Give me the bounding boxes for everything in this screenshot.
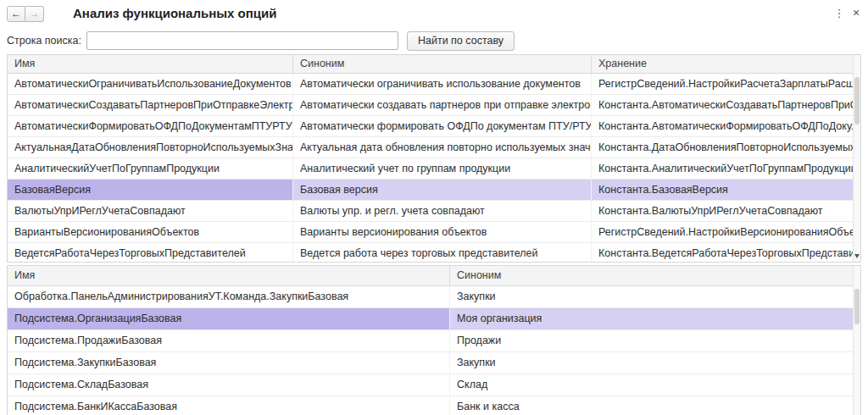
search-input[interactable] — [86, 31, 398, 50]
table-row[interactable]: БазоваяВерсия Базовая версия Константа.Б… — [8, 180, 860, 201]
column-header-name[interactable]: Имя — [8, 55, 293, 73]
cell-synonym: Актуальная дата обновления повторно испо… — [293, 137, 592, 158]
table-row[interactable]: Подсистема.СкладБазовая Склад — [8, 374, 860, 396]
scroll-down-icon[interactable] — [854, 254, 860, 258]
cell-storage: Константа.ДатаОбновленияПовторноИспользу… — [592, 137, 860, 158]
functional-options-window: ← → Анализ функциональных опций ⋮ × Стро… — [0, 0, 868, 415]
table-row[interactable]: АвтоматическиФормироватьОФДПоДокументамП… — [8, 116, 860, 137]
cell-name: БазоваяВерсия — [8, 180, 293, 200]
table-row[interactable]: Обработка.ПанельАдминистрированияУТ.Кома… — [8, 286, 860, 308]
cell-synonym: Автоматически ограничивать использование… — [293, 74, 592, 94]
forward-button[interactable]: → — [25, 6, 44, 22]
options-table-header: Имя Синоним Хранение — [8, 55, 860, 74]
table-row[interactable]: Подсистема.ЗакупкиБазовая Закупки — [8, 352, 860, 374]
cell-storage: Константа.АвтоматическиФормироватьОФДПоД… — [592, 116, 860, 136]
cell-name: Подсистема.ПродажиБазовая — [8, 330, 450, 351]
components-scrollbar-thumb[interactable] — [854, 289, 860, 324]
cell-name: АктуальнаяДатаОбновленияПовторноИспользу… — [8, 137, 293, 158]
cell-name: Подсистема.ЗакупкиБазовая — [8, 352, 450, 374]
search-row: Строка поиска: Найти по составу — [7, 30, 861, 51]
table-row[interactable]: АвтоматическиОграничиватьИспользованиеДо… — [8, 74, 860, 95]
cell-name: АвтоматическиОграничиватьИспользованиеДо… — [8, 74, 293, 94]
table-row[interactable]: АналитическийУчетПоГруппамПродукции Анал… — [8, 158, 860, 180]
table-row[interactable]: Подсистема.БанкИКассаБазовая Банк и касс… — [8, 396, 860, 415]
close-icon[interactable]: × — [849, 5, 863, 20]
cell-name: АвтоматическиФормироватьОФДПоДокументамП… — [8, 116, 293, 136]
cell-storage: Константа.БазоваяВерсия — [592, 180, 860, 200]
cell-synonym: Ведется работа через торговых представит… — [293, 243, 592, 263]
table-row[interactable]: АктуальнаяДатаОбновленияПовторноИспользу… — [8, 137, 860, 158]
cell-synonym: Автоматически формировать ОФДПо документ… — [293, 116, 592, 136]
table-row[interactable]: АвтоматическиСоздаватьПартнеровПриОтправ… — [8, 95, 860, 116]
cell-storage: Константа.АналитическийУчетПоГруппамПрод… — [592, 158, 860, 179]
more-menu-icon[interactable]: ⋮ — [832, 5, 846, 20]
cell-synonym: Аналитический учет по группам продукции — [293, 158, 592, 179]
table-row[interactable]: ВариантыВерсионированияОбъектов Варианты… — [8, 222, 860, 243]
cell-synonym: Валюты упр. и регл. учета совпадают — [293, 201, 592, 221]
column-header-storage[interactable]: Хранение — [592, 55, 860, 73]
options-scrollbar-thumb[interactable] — [854, 77, 860, 125]
cell-synonym: Банк и касса — [450, 396, 860, 415]
cell-synonym: Автоматически создавать партнеров при от… — [293, 95, 592, 115]
components-table-body: Обработка.ПанельАдминистрированияУТ.Кома… — [8, 286, 860, 415]
table-row[interactable]: Подсистема.ОрганизацияБазовая Моя органи… — [8, 308, 860, 330]
cell-name: Подсистема.СкладБазовая — [8, 374, 450, 396]
search-label: Строка поиска: — [7, 35, 81, 47]
options-table: Имя Синоним Хранение АвтоматическиОграни… — [7, 54, 861, 263]
column-header-name[interactable]: Имя — [8, 266, 450, 285]
cell-storage: Константа.ВедетсяРаботаЧерезТорговыхПред… — [592, 243, 860, 263]
table-row[interactable]: ВалютыУпрИРеглУчетаСовпадают Валюты упр.… — [8, 201, 860, 222]
cell-storage: Константа.ВалютыУпрИРеглУчетаСовпадают — [592, 201, 860, 221]
cell-storage: РегистрСведений.НастройкиВерсионирования… — [592, 222, 860, 242]
cell-name: АвтоматическиСоздаватьПартнеровПриОтправ… — [8, 95, 293, 115]
components-table: Имя Синоним Обработка.ПанельАдминистриро… — [7, 265, 861, 415]
cell-name: АналитическийУчетПоГруппамПродукции — [8, 158, 293, 179]
cell-synonym: Склад — [450, 374, 860, 396]
cell-synonym: Базовая версия — [293, 180, 592, 200]
cell-name: Подсистема.БанкИКассаБазовая — [8, 396, 450, 415]
nav-buttons: ← → — [7, 6, 44, 22]
cell-name: ВалютыУпрИРеглУчетаСовпадают — [8, 201, 293, 221]
components-scrollbar[interactable] — [853, 266, 860, 415]
cell-name: ВариантыВерсионированияОбъектов — [8, 222, 293, 242]
find-by-content-button[interactable]: Найти по составу — [407, 31, 515, 51]
titlebar: ← → Анализ функциональных опций ⋮ × — [0, 0, 868, 27]
options-scrollbar[interactable] — [853, 55, 860, 262]
back-button[interactable]: ← — [7, 6, 25, 22]
cell-synonym: Моя организация — [450, 308, 860, 329]
cell-name: Обработка.ПанельАдминистрированияУТ.Кома… — [8, 286, 450, 307]
cell-storage: Константа.АвтоматическиСоздаватьПартнеро… — [592, 95, 860, 115]
column-header-synonym[interactable]: Синоним — [293, 55, 592, 73]
table-row[interactable]: Подсистема.ПродажиБазовая Продажи — [8, 330, 860, 352]
cell-synonym: Закупки — [450, 286, 860, 307]
cell-synonym: Варианты версионирования объектов — [293, 222, 592, 242]
table-row[interactable]: ВедетсяРаботаЧерезТорговыхПредставителей… — [8, 243, 860, 263]
cell-name: Подсистема.ОрганизацияБазовая — [8, 308, 450, 329]
cell-synonym: Закупки — [450, 352, 860, 374]
cell-synonym: Продажи — [450, 330, 860, 351]
options-table-body: АвтоматическиОграничиватьИспользованиеДо… — [8, 74, 860, 263]
cell-storage: РегистрСведений.НастройкиРасчетаЗарплаты… — [592, 74, 860, 94]
page-title: Анализ функциональных опций — [73, 6, 276, 20]
components-table-header: Имя Синоним — [8, 266, 860, 286]
column-header-synonym[interactable]: Синоним — [450, 266, 860, 285]
cell-name: ВедетсяРаботаЧерезТорговыхПредставителей — [8, 243, 293, 263]
